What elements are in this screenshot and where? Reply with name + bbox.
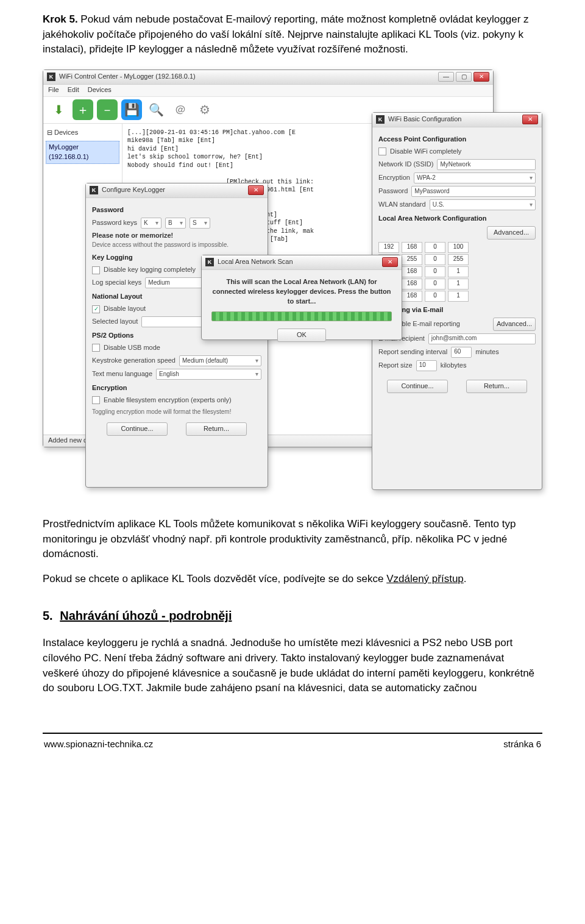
save-icon[interactable]: 💾	[121, 99, 142, 120]
ip-octet[interactable]: 1	[448, 266, 469, 277]
email-advanced-button[interactable]: Advanced...	[493, 318, 536, 331]
p2a: Pokud se chcete o aplikace KL Tools dozv…	[43, 573, 386, 585]
wifi-continue-button[interactable]: Continue...	[387, 380, 448, 393]
section-5-heading: 5. Nahrávání úhozů - podrobněji	[43, 607, 542, 625]
lang-select[interactable]: English	[156, 369, 261, 380]
enc-warning: Toggling encryption mode will format the…	[92, 408, 261, 417]
ip-octet[interactable]: 0	[425, 266, 445, 277]
log-special-label: Log special keys	[92, 278, 141, 288]
configure-continue-button[interactable]: Continue...	[107, 422, 168, 436]
pw-input[interactable]: MyPassword	[411, 186, 536, 197]
ap-heading: Access Point Configuration	[378, 135, 536, 144]
disable-keylog-checkbox[interactable]	[92, 266, 100, 274]
lan-scan-text: This will scan the Local Area Network (L…	[211, 277, 392, 307]
app-icon: K	[47, 73, 55, 81]
note-body: Device access without the password is im…	[92, 241, 261, 250]
remove-icon[interactable]: －	[97, 99, 118, 120]
ip-octet[interactable]: 168	[402, 266, 422, 277]
intro-text: Pokud vám nebude postačovat E-mailový re…	[43, 13, 529, 55]
ip-octet[interactable]: 0	[425, 291, 445, 302]
maximize-button[interactable]: ▢	[456, 72, 472, 82]
wifi-title: WiFi Basic Configuration	[388, 115, 520, 124]
app-icon: K	[205, 258, 214, 266]
close-icon[interactable]: ✕	[522, 115, 538, 124]
ip-octet[interactable]: 168	[402, 279, 422, 290]
menu-devices[interactable]: Devices	[88, 85, 112, 95]
ip-octet[interactable]: 1	[448, 291, 469, 302]
ip-octet[interactable]: 1	[448, 279, 469, 290]
disable-wifi-checkbox[interactable]	[378, 147, 386, 155]
step-label: Krok 5.	[43, 13, 78, 25]
interval-unit: minutes	[475, 347, 499, 357]
ip-octet[interactable]: 168	[402, 242, 422, 253]
wlan-label: WLAN standard	[378, 200, 426, 210]
ip-row: 1921680100	[378, 242, 536, 253]
ip-octet[interactable]: 192	[378, 242, 399, 253]
wifi-return-button[interactable]: Return...	[466, 380, 527, 393]
enable-enc-label: Enable filesystem encryption (experts on…	[104, 396, 232, 405]
ip-octet[interactable]: 255	[448, 254, 469, 265]
size-label: Report size	[378, 361, 413, 371]
email-icon[interactable]: ＠	[170, 99, 191, 120]
close-icon[interactable]: ✕	[382, 257, 398, 267]
interval-input[interactable]: 60	[451, 347, 472, 358]
tree-root[interactable]: ⊟ Devices	[46, 126, 119, 140]
pwkey-2[interactable]: B	[165, 218, 186, 229]
size-input[interactable]: 10	[416, 360, 437, 371]
p2b: .	[464, 573, 467, 585]
pwkey-1[interactable]: K	[141, 218, 161, 229]
minimize-button[interactable]: —	[438, 72, 454, 82]
pw-label: Password	[378, 187, 408, 196]
ip-octet[interactable]: 0	[425, 279, 445, 290]
tree-selected-item[interactable]: MyLogger (192.168.0.1)	[46, 141, 119, 164]
ip-octet[interactable]: 255	[402, 254, 422, 265]
gen-speed-select[interactable]: Medium (default)	[179, 355, 261, 366]
footer-page: stránka 6	[503, 737, 541, 751]
configure-title: Configure KeyLogger	[102, 185, 246, 195]
enable-enc-checkbox[interactable]	[92, 396, 100, 404]
pwkey-3[interactable]: S	[190, 218, 210, 229]
password-heading: Password	[92, 205, 261, 215]
main-title: WiFi Control Center - MyLogger (192.168.…	[59, 72, 436, 82]
close-button[interactable]: ✕	[473, 72, 489, 82]
ip-octet[interactable]: 100	[448, 242, 469, 253]
ip-octet[interactable]: 0	[425, 254, 445, 265]
close-icon[interactable]: ✕	[248, 185, 264, 195]
download-icon[interactable]: ⬇	[48, 99, 69, 120]
ok-button[interactable]: OK	[277, 329, 326, 342]
menubar: File Edit Devices	[43, 85, 493, 97]
note-heading: Please note or memorize!	[92, 231, 261, 241]
disable-usb-checkbox[interactable]	[92, 344, 100, 352]
gen-speed-label: Keystroke generation speed	[92, 356, 176, 366]
post-shot-p2: Pokud se chcete o aplikace KL Tools dozv…	[43, 572, 542, 587]
section-5-body: Instalace keyloggeru je rychlá a snadná.…	[43, 636, 542, 696]
remote-access-link[interactable]: Vzdálený přístup	[386, 573, 464, 585]
add-icon[interactable]: ＋	[73, 99, 93, 120]
menu-edit[interactable]: Edit	[68, 85, 79, 95]
configure-return-button[interactable]: Return...	[186, 422, 247, 436]
footer-site-link[interactable]: www.spionazni-technika.cz	[44, 737, 153, 751]
lan-heading: Local Area Network Configuration	[378, 214, 536, 224]
lan-scan-dialog: K Local Area Network Scan ✕ This will sc…	[201, 255, 402, 340]
recipient-input[interactable]: john@smith.com	[428, 333, 536, 344]
lan-advanced-button[interactable]: Advanced...	[487, 226, 536, 240]
ssid-label: Network ID (SSID)	[378, 160, 433, 169]
search-icon[interactable]: 🔍	[146, 99, 166, 120]
size-unit: kilobytes	[441, 361, 467, 371]
ip-octet[interactable]: 0	[425, 242, 445, 253]
progress-bar	[211, 311, 392, 321]
menu-file[interactable]: File	[48, 85, 59, 95]
encryption-heading: Encryption	[92, 383, 261, 393]
app-icon: K	[376, 115, 385, 124]
disable-keylog-label: Disable key logging completely	[104, 265, 196, 275]
selected-layout-label: Selected layout	[92, 317, 138, 327]
disable-usb-label: Disable USB mode	[104, 343, 160, 353]
disable-layout-checkbox[interactable]: ✓	[92, 305, 100, 313]
settings-icon[interactable]: ⚙	[194, 99, 215, 120]
encryption-select[interactable]: WPA-2	[414, 172, 536, 183]
ssid-input[interactable]: MyNetwork	[437, 159, 536, 170]
lang-label: Text menu language	[92, 369, 152, 379]
lan-scan-title: Local Area Network Scan	[218, 257, 380, 267]
wlan-select[interactable]: U.S.	[430, 199, 536, 210]
ip-octet[interactable]: 168	[402, 291, 422, 302]
